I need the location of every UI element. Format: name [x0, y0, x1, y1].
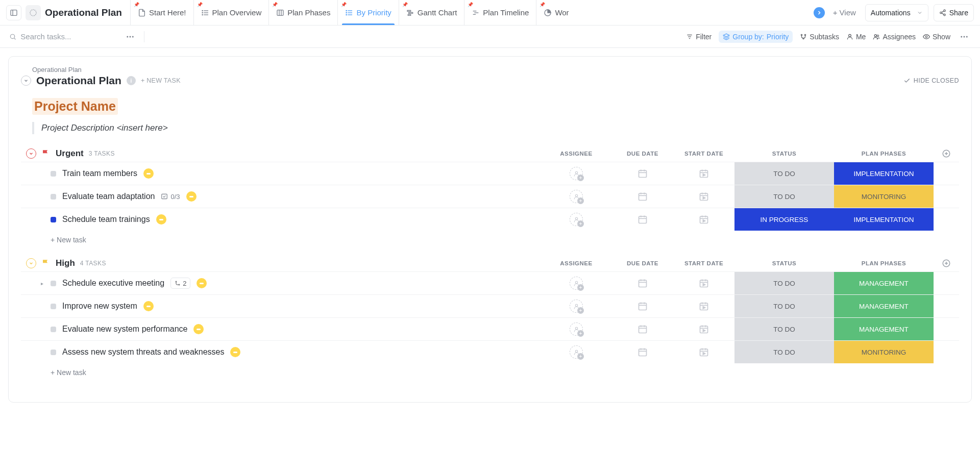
assign-user-icon[interactable]: [570, 213, 583, 226]
task-name[interactable]: Assess new system threats and weaknesses: [62, 347, 224, 357]
new-task-row-button[interactable]: + New task: [21, 363, 959, 377]
breadcrumb[interactable]: Operational Plan: [32, 66, 959, 73]
group-by-button[interactable]: Group by: Priority: [719, 31, 793, 43]
due-date-cell[interactable]: [612, 347, 673, 357]
tabs-scroll-right[interactable]: [814, 7, 825, 18]
project-name[interactable]: Project Name: [32, 98, 118, 115]
assignee-cell[interactable]: [541, 167, 612, 180]
subtask-count-badge[interactable]: 2: [170, 278, 190, 289]
list-collapse-toggle[interactable]: [21, 76, 31, 86]
share-button[interactable]: Share: [934, 4, 974, 21]
table-row[interactable]: ▸ Evaluate new system performance TO DO: [21, 317, 959, 340]
new-task-row-button[interactable]: + New task: [21, 231, 959, 244]
task-name[interactable]: Evaluate new system performance: [62, 325, 187, 334]
status-square-icon[interactable]: [51, 217, 56, 222]
assignee-cell[interactable]: [541, 213, 612, 226]
phase-cell[interactable]: MONITORING: [834, 341, 934, 363]
toolbar-more-button[interactable]: [958, 30, 971, 43]
status-square-icon[interactable]: [51, 350, 56, 355]
space-title[interactable]: Operational Plan: [45, 7, 122, 18]
status-cell[interactable]: TO DO: [734, 185, 834, 208]
col-status[interactable]: STATUS: [734, 260, 834, 266]
col-phase[interactable]: PLAN PHASES: [834, 260, 934, 266]
assign-user-icon[interactable]: [570, 345, 583, 359]
col-due[interactable]: DUE DATE: [612, 151, 673, 157]
task-name[interactable]: Schedule executive meeting: [62, 279, 164, 288]
group-collapse-toggle[interactable]: [26, 258, 36, 268]
me-button[interactable]: Me: [846, 33, 866, 41]
start-date-cell[interactable]: [673, 301, 734, 311]
start-date-cell[interactable]: [673, 191, 734, 202]
status-square-icon[interactable]: [51, 327, 56, 332]
start-date-cell[interactable]: [673, 278, 734, 288]
due-date-cell[interactable]: [612, 214, 673, 225]
tab-by-priority[interactable]: 📌 By Priority: [337, 0, 398, 25]
status-cell[interactable]: TO DO: [734, 295, 834, 317]
phase-cell[interactable]: MANAGEMENT: [834, 272, 934, 294]
task-name[interactable]: Improve new system: [62, 302, 137, 311]
priority-chip[interactable]: [143, 168, 154, 179]
col-status[interactable]: STATUS: [734, 151, 834, 157]
expand-caret[interactable]: ▸: [39, 281, 44, 286]
table-row[interactable]: ▸ Schedule executive meeting 2 TO DO: [21, 271, 959, 294]
assignees-button[interactable]: Assignees: [873, 33, 916, 41]
status-cell[interactable]: IN PROGRESS: [734, 208, 834, 231]
assignee-cell[interactable]: [541, 300, 612, 313]
search-input[interactable]: [20, 32, 116, 41]
subtask-indicator[interactable]: 0/3: [161, 193, 180, 201]
col-assignee[interactable]: ASSIGNEE: [541, 260, 612, 266]
table-row[interactable]: ▸ Train team members TO DO IMPLEMENT: [21, 162, 959, 185]
col-assignee[interactable]: ASSIGNEE: [541, 151, 612, 157]
automations-button[interactable]: Automations: [865, 4, 928, 21]
add-column-button[interactable]: [934, 149, 959, 158]
add-column-button[interactable]: [934, 259, 959, 268]
due-date-cell[interactable]: [612, 168, 673, 179]
tab-plan-phases[interactable]: 📌 Plan Phases: [268, 0, 337, 25]
status-cell[interactable]: TO DO: [734, 341, 834, 363]
start-date-cell[interactable]: [673, 214, 734, 225]
priority-chip[interactable]: [193, 324, 204, 334]
assignee-cell[interactable]: [541, 322, 612, 336]
assign-user-icon[interactable]: [570, 322, 583, 336]
col-start[interactable]: START DATE: [673, 260, 734, 266]
due-date-cell[interactable]: [612, 301, 673, 311]
search-more-button[interactable]: [124, 30, 137, 43]
assign-user-icon[interactable]: [570, 167, 583, 180]
phase-cell[interactable]: IMPLEMENTATION: [834, 162, 934, 185]
status-cell[interactable]: TO DO: [734, 162, 834, 185]
status-square-icon[interactable]: [51, 171, 56, 177]
tab-workload[interactable]: 📌 Wor: [536, 0, 571, 25]
tab-start-here[interactable]: 📌 Start Here!: [130, 0, 193, 25]
priority-chip[interactable]: [197, 278, 207, 288]
priority-chip[interactable]: [143, 301, 154, 311]
priority-chip[interactable]: [156, 214, 166, 225]
phase-cell[interactable]: IMPLEMENTATION: [834, 208, 934, 231]
sidebar-toggle[interactable]: [6, 5, 21, 20]
group-collapse-toggle[interactable]: [26, 148, 36, 159]
task-name[interactable]: Train team members: [62, 169, 137, 178]
priority-chip[interactable]: [186, 191, 197, 202]
assignee-cell[interactable]: [541, 345, 612, 359]
new-task-header-button[interactable]: + NEW TASK: [141, 77, 181, 84]
project-desc-block[interactable]: Project Description <insert here>: [32, 122, 959, 134]
table-row[interactable]: ▸ Evaluate team adaptation 0/3 TO DO: [21, 185, 959, 208]
start-date-cell[interactable]: [673, 347, 734, 357]
task-name[interactable]: Schedule team trainings: [62, 215, 150, 224]
assignee-cell[interactable]: [541, 277, 612, 290]
hide-closed-button[interactable]: HIDE CLOSED: [903, 77, 959, 84]
status-cell[interactable]: TO DO: [734, 272, 834, 294]
table-row[interactable]: ▸ Improve new system TO DO MANAGEMEN: [21, 294, 959, 317]
search-wrap[interactable]: [9, 32, 116, 41]
status-square-icon[interactable]: [51, 194, 56, 200]
assign-user-icon[interactable]: [570, 300, 583, 313]
status-square-icon[interactable]: [51, 304, 56, 309]
table-row[interactable]: ▸ Assess new system threats and weakness…: [21, 340, 959, 363]
due-date-cell[interactable]: [612, 324, 673, 334]
col-due[interactable]: DUE DATE: [612, 260, 673, 266]
subtasks-button[interactable]: Subtasks: [800, 33, 839, 41]
filter-button[interactable]: Filter: [686, 33, 712, 41]
list-title[interactable]: Operational Plan: [36, 74, 121, 87]
tab-plan-timeline[interactable]: 📌 Plan Timeline: [464, 0, 536, 25]
phase-cell[interactable]: MANAGEMENT: [834, 318, 934, 340]
assign-user-icon[interactable]: [570, 190, 583, 203]
